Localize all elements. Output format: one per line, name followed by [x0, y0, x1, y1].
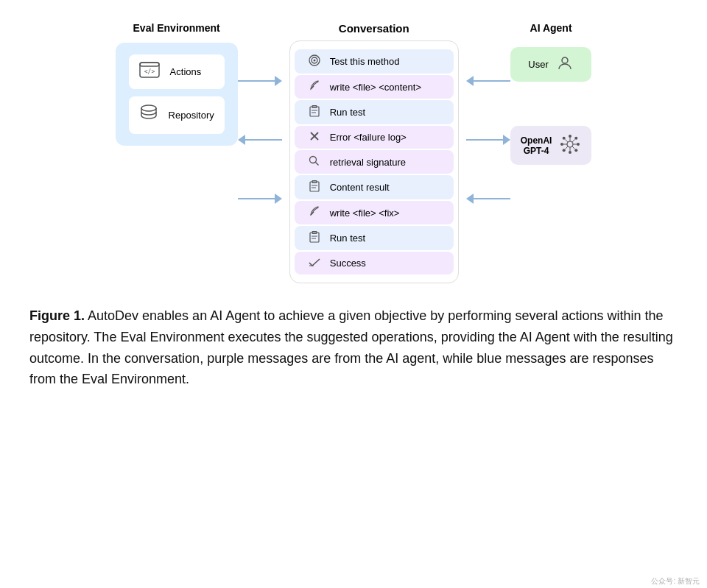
svg-point-32 — [575, 137, 578, 140]
conv-item-4: Error <failure log> — [295, 126, 454, 149]
arrow-from-user — [466, 76, 510, 86]
conv-text-1: Test this method — [330, 56, 400, 67]
conv-item-3: Run test — [295, 100, 454, 124]
check-icon — [308, 257, 321, 269]
eval-env-label: Eval Environment — [133, 22, 220, 34]
openai-icon — [559, 133, 581, 157]
diagram-section: Eval Environment </> Actions — [22, 15, 685, 291]
conv-text-6: Content result — [330, 182, 390, 193]
conv-item-2: write <file> <content> — [295, 75, 454, 99]
svg-point-27 — [569, 151, 571, 154]
person-icon — [556, 54, 574, 74]
eval-env-box: </> Actions Repository — [116, 43, 238, 146]
clipboard-icon-2 — [308, 231, 321, 245]
feather-icon-2 — [308, 206, 321, 219]
x-icon — [308, 131, 321, 144]
svg-point-13 — [310, 157, 317, 163]
arrow-to-conv-top — [238, 76, 282, 86]
svg-line-39 — [573, 146, 575, 149]
svg-point-33 — [563, 149, 566, 152]
svg-text:</>: </> — [144, 68, 155, 75]
eval-environment: Eval Environment </> Actions — [116, 22, 238, 146]
conv-item-5: retrieval signature — [295, 150, 454, 174]
svg-point-26 — [569, 135, 571, 138]
clipboard-icon-1 — [308, 105, 321, 119]
agent-items: User OpenAI GPT-4 — [510, 47, 592, 165]
user-box: User — [510, 47, 592, 82]
svg-point-28 — [560, 143, 563, 146]
openai-label: OpenAI GPT-4 — [521, 135, 552, 156]
svg-point-30 — [563, 137, 566, 140]
target-icon — [308, 54, 321, 68]
search-icon — [308, 155, 321, 169]
user-label: User — [528, 59, 548, 70]
conv-text-8: Run test — [330, 233, 365, 244]
conversation-box: Test this method write <file> <content> … — [289, 40, 459, 283]
actions-label: Actions — [170, 66, 202, 77]
conv-text-9: Success — [330, 258, 366, 269]
svg-point-24 — [562, 57, 568, 63]
conv-text-7: write <file> <fix> — [330, 208, 400, 219]
conv-item-6: Content result — [295, 175, 454, 199]
repository-item: Repository — [129, 96, 225, 134]
feather-icon-1 — [308, 80, 321, 93]
conv-text-3: Run test — [330, 107, 365, 118]
conv-text-5: retrieval signature — [330, 157, 406, 168]
doc-icon — [308, 180, 321, 194]
figure-text: AutoDev enables an AI Agent to achieve a… — [29, 308, 673, 386]
conv-item-7: write <file> <fix> — [295, 201, 454, 224]
svg-point-3 — [141, 105, 156, 111]
left-arrows — [238, 22, 282, 258]
conv-item-9: Success — [295, 252, 454, 274]
svg-point-31 — [575, 149, 578, 152]
actions-item: </> Actions — [129, 54, 225, 89]
database-icon — [139, 104, 158, 127]
conv-text-4: Error <failure log> — [330, 132, 407, 143]
arrow-to-conv-bot — [238, 194, 282, 204]
conversation-label: Conversation — [339, 22, 409, 35]
svg-point-25 — [567, 141, 573, 147]
svg-line-40 — [573, 140, 575, 142]
arrow-from-conv-mid — [238, 135, 282, 145]
right-arrows — [466, 22, 510, 258]
svg-point-29 — [577, 143, 580, 146]
svg-point-6 — [313, 60, 315, 62]
svg-rect-1 — [140, 63, 159, 66]
conv-text-2: write <file> <content> — [330, 82, 421, 93]
ai-agent-label: AI Agent — [530, 22, 572, 34]
svg-line-41 — [566, 146, 568, 149]
arrow-from-agent — [466, 194, 510, 204]
svg-line-38 — [566, 140, 568, 142]
ai-agent-section: AI Agent User OpenAI GPT-4 — [510, 22, 592, 165]
figure-bold: Figure 1. — [29, 308, 85, 323]
conv-item-8: Run test — [295, 226, 454, 250]
conversation-section: Conversation Test this method write <fil… — [289, 22, 459, 283]
watermark: 公众号: 新智元 — [651, 576, 700, 587]
arrow-to-agent — [466, 135, 510, 145]
openai-box: OpenAI GPT-4 — [510, 126, 592, 165]
code-icon: </> — [139, 62, 160, 82]
figure-caption: Figure 1. AutoDev enables an AI Agent to… — [22, 305, 685, 390]
svg-line-14 — [316, 163, 319, 166]
conv-item-1: Test this method — [295, 49, 454, 74]
repository-label: Repository — [169, 110, 214, 121]
